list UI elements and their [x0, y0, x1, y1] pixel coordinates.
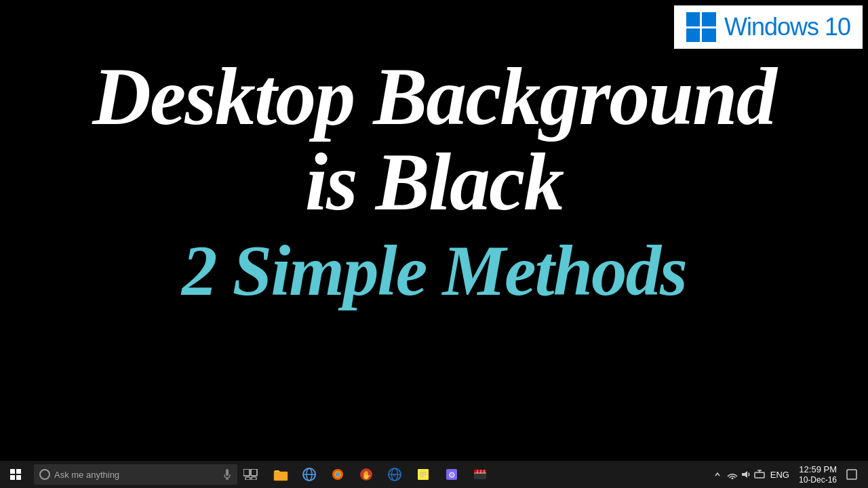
tray-network-icon[interactable] [727, 470, 738, 479]
taskbar-icon-app2[interactable]: ⚙ [438, 461, 465, 488]
taskbar-icons: ✋ e ⚙ [267, 461, 711, 488]
desktop: Windows 10 Desktop Background is Black 2… [0, 0, 868, 461]
clock-time: 12:59 PM [799, 464, 837, 475]
svg-rect-3 [243, 469, 250, 476]
heading-methods: 2 Simple Methods [182, 232, 686, 310]
taskbar-icon-sticky-notes[interactable] [410, 461, 437, 488]
cortana-mic-icon [222, 468, 232, 481]
svg-rect-34 [755, 472, 764, 478]
taskbar-icon-ie[interactable]: e [381, 461, 408, 488]
tray-ethernet-icon[interactable] [754, 470, 765, 479]
search-placeholder: Ask me anything [54, 470, 218, 480]
system-tray: ENG 12:59 PM 10-Dec-16 [711, 461, 868, 488]
taskbar-icon-file-explorer[interactable] [267, 461, 294, 488]
language-indicator[interactable]: ENG [770, 470, 789, 480]
svg-rect-4 [251, 469, 257, 476]
svg-rect-0 [226, 469, 229, 476]
svg-rect-6 [252, 477, 256, 480]
svg-text:e: e [393, 472, 397, 478]
svg-marker-33 [742, 471, 747, 478]
svg-text:✋: ✋ [361, 470, 372, 480]
svg-point-32 [731, 478, 733, 480]
taskbar-icon-firefox[interactable] [324, 461, 351, 488]
task-view-button[interactable] [237, 461, 264, 488]
heading-main: Desktop Background is Black [92, 54, 775, 225]
clock[interactable]: 12:59 PM 10-Dec-16 [799, 464, 837, 485]
svg-text:⚙: ⚙ [448, 470, 456, 480]
windows-logo [686, 12, 716, 42]
win-tile-tr [702, 12, 716, 26]
windows-badge: Windows 10 [674, 5, 863, 49]
taskbar-icon-app1[interactable]: ✋ [353, 461, 380, 488]
start-button[interactable] [0, 461, 31, 488]
taskbar-icon-video[interactable] [467, 461, 494, 488]
svg-point-13 [336, 472, 340, 476]
tray-volume-icon[interactable] [741, 470, 751, 479]
action-center-button[interactable] [840, 461, 864, 488]
windows-version-text: Windows 10 [724, 13, 850, 41]
svg-rect-5 [245, 477, 250, 480]
win-tile-br [702, 28, 716, 43]
svg-rect-7 [274, 472, 288, 481]
taskbar: Ask me anything [0, 461, 868, 488]
heading-line2: is Black [305, 137, 564, 227]
taskbar-icon-browser[interactable] [296, 461, 323, 488]
svg-rect-37 [847, 470, 856, 479]
search-icon [39, 469, 50, 480]
win-tile-tl [686, 12, 701, 26]
start-logo [10, 469, 21, 480]
win-tile-bl [686, 28, 701, 43]
heading-line1: Desktop Background [92, 52, 775, 142]
search-bar[interactable]: Ask me anything [34, 464, 237, 485]
tray-expand-button[interactable] [711, 461, 724, 488]
clock-date: 10-Dec-16 [799, 475, 837, 485]
